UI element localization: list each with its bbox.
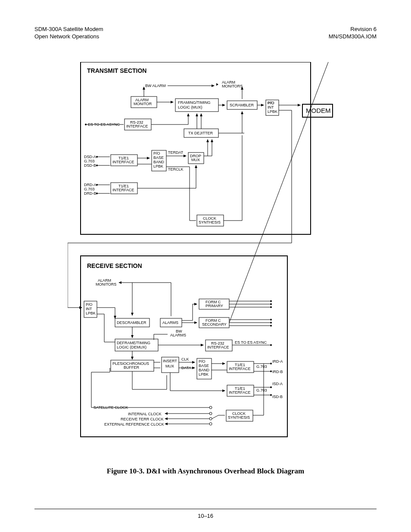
tx-title: TRANSMIT SECTION <box>87 67 146 74</box>
modem-box: MODEM <box>306 107 331 114</box>
revision: Revision 6 <box>329 26 377 33</box>
tx-bw-alarm: BW ALARM <box>145 84 166 88</box>
rx-clock-synth: CLOCKSYNTHESIS <box>228 411 250 420</box>
figure-caption: Figure 10-3. D&I with Asynchronous Overh… <box>34 467 377 476</box>
doc-title: SDM-300A Satellite Modem <box>34 26 103 33</box>
svg-point-85 <box>270 322 272 324</box>
tx-dejitter-box: TX DEJITTER <box>188 131 213 135</box>
rx-alarms-box: ALARMS <box>162 320 178 325</box>
rx-recv-terr-clock: RECEIVE TERR CLOCK <box>121 417 164 421</box>
tx-po-bb-lpbk: P/OBASEBANDLPBK <box>153 151 165 168</box>
tx-g703-1: G.703 <box>84 159 95 163</box>
tx-t1e1-1-box: T1/E1INTERFACE <box>112 156 134 164</box>
svg-rect-0 <box>81 62 311 234</box>
rx-title: RECEIVE SECTION <box>87 262 142 269</box>
doc-subtitle: Open Network Operations <box>34 33 103 40</box>
rx-ird-b: IRD-B <box>272 370 283 374</box>
tx-drd-a: DRD-A <box>84 183 97 187</box>
svg-point-112 <box>270 386 272 388</box>
tx-scrambler-box: SCRAMBLER <box>230 103 254 107</box>
svg-point-94 <box>270 344 272 346</box>
rx-po-int-lpbk: P/OINTLPBK <box>86 302 96 315</box>
doc-code: MN/SDM300A.IOM <box>329 33 377 40</box>
svg-point-76 <box>270 300 272 302</box>
rx-isd-a: ISD-A <box>272 382 283 386</box>
rx-descrambler-box: DESCRAMBLER <box>117 320 146 325</box>
tx-g703-2: G.703 <box>84 187 95 191</box>
document-page: SDM-300A Satellite Modem Open Network Op… <box>0 0 411 532</box>
rx-insert-mux: INSERTMUX <box>163 359 177 368</box>
tx-framing-box: FRAMING/TIMINGLOGIC (MUX) <box>178 100 211 109</box>
rx-ext-ref-clock: EXTERNAL REFERENCE CLOCK <box>104 422 164 426</box>
rx-g703-1: G.703 <box>256 364 267 369</box>
tx-alarm-monitors: ALARMMONITORS <box>222 80 243 88</box>
tx-t1e1-2-box: T1/E1INTERFACE <box>112 184 134 192</box>
rx-plesio-box: PLESIOCHRONOUSBUFFER <box>112 361 149 370</box>
rx-clk-label: CLK <box>181 357 189 361</box>
tx-terclk: TERCLK <box>168 167 184 171</box>
rx-t1e1-1-box: T1/E1INTERFACE <box>229 363 251 371</box>
tx-drop-mux: DROPMUX <box>190 154 201 162</box>
rx-ird-a: IRD-A <box>272 359 283 364</box>
svg-point-78 <box>270 306 272 308</box>
rx-form-c-primary: FORM CPRIMARY <box>206 300 223 308</box>
svg-point-122 <box>209 417 212 420</box>
page-header: SDM-300A Satellite Modem Open Network Op… <box>34 26 377 40</box>
svg-point-107 <box>270 363 272 364</box>
rx-g703-2: G.703 <box>256 388 267 392</box>
rx-isd-b: ISD-B <box>272 395 283 399</box>
rx-alarm-monitors: ALARMMONITORS <box>96 278 116 286</box>
tx-clock-synth: CLOCKSYNTHESIS <box>199 216 221 224</box>
svg-point-77 <box>270 303 272 305</box>
rx-deframe-box: DEFRAME/TIMINGLOGIC (DEMUX) <box>117 341 150 349</box>
tx-rs232-box: RS-232INTERFACE <box>126 120 148 128</box>
tx-alarm-monitor-box: ALARMMONITOR <box>134 98 152 106</box>
tx-terdat: TERDAT <box>168 150 184 155</box>
svg-point-120 <box>209 406 212 409</box>
svg-point-108 <box>270 370 272 372</box>
page-number: 10–16 <box>198 513 213 519</box>
rx-t1e1-2-box: T1/E1INTERFACE <box>229 386 251 395</box>
rx-es-async: ES TO ES ASYNC <box>235 340 267 345</box>
header-left: SDM-300A Satellite Modem Open Network Op… <box>34 26 103 40</box>
svg-text:P/OINTLPBK: P/OINTLPBK <box>268 101 277 114</box>
tx-dsd-b: DSD-B <box>84 163 96 168</box>
svg-point-123 <box>209 423 212 425</box>
rx-int-clock: INTERNAL CLOCK <box>128 412 162 416</box>
svg-point-121 <box>209 412 212 415</box>
header-right: Revision 6 MN/SDM300A.IOM <box>329 26 377 40</box>
tx-drd-b: DRD-B <box>84 191 97 196</box>
rx-form-c-secondary: FORM CSECONDARY <box>202 318 227 327</box>
svg-point-84 <box>270 319 272 320</box>
block-diagram: TRANSMIT SECTION ALARMMONITORS BW ALARM … <box>68 62 343 450</box>
svg-point-113 <box>270 394 272 396</box>
rx-po-bb-lpbk: P/OBASEBANDLPBK <box>199 359 210 376</box>
svg-point-86 <box>270 325 272 327</box>
tx-dsd-a: DSD-A <box>84 155 96 159</box>
rx-bw-alarms: BWALARMS <box>170 329 186 337</box>
page-footer: 10–16 <box>0 509 411 519</box>
svg-line-124 <box>212 415 218 419</box>
rx-rs232-box: RS-232INTERFACE <box>207 341 229 349</box>
